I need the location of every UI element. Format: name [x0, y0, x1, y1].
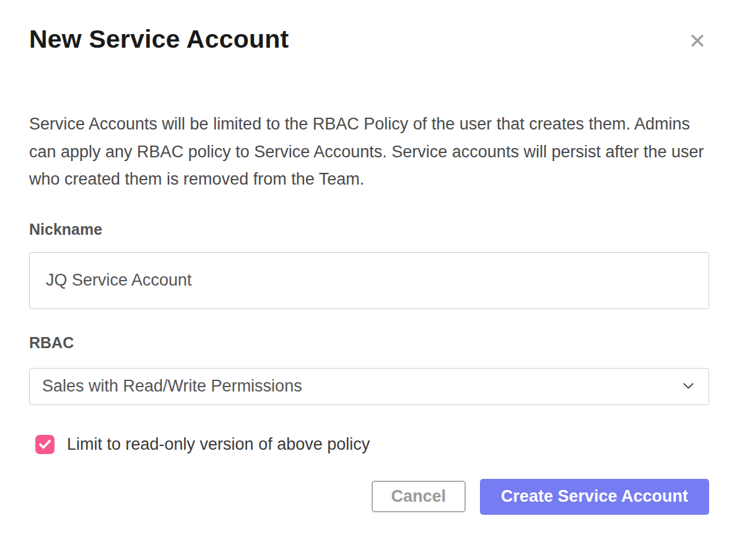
rbac-select[interactable]: Sales with Read/Write Permissions	[29, 368, 709, 405]
rbac-label: RBAC	[29, 334, 709, 352]
cancel-button[interactable]: Cancel	[372, 481, 466, 512]
nickname-label: Nickname	[29, 221, 709, 238]
modal-footer: Cancel Create Service Account	[29, 479, 709, 515]
modal-title: New Service Account	[29, 24, 709, 55]
limit-checkbox[interactable]	[35, 435, 55, 454]
check-icon	[39, 440, 51, 449]
rbac-selected-value: Sales with Read/Write Permissions	[42, 377, 302, 396]
chevron-down-icon	[683, 383, 694, 390]
modal-description: Service Accounts will be limited to the …	[29, 110, 713, 193]
limit-checkbox-row: Limit to read-only version of above poli…	[35, 435, 709, 454]
limit-checkbox-label: Limit to read-only version of above poli…	[67, 435, 370, 454]
nickname-input[interactable]	[29, 252, 709, 309]
create-service-account-button[interactable]: Create Service Account	[480, 479, 709, 515]
new-service-account-modal: New Service Account ✕ Service Accounts w…	[0, 0, 737, 560]
close-icon: ✕	[689, 29, 707, 53]
close-button[interactable]: ✕	[685, 28, 710, 53]
